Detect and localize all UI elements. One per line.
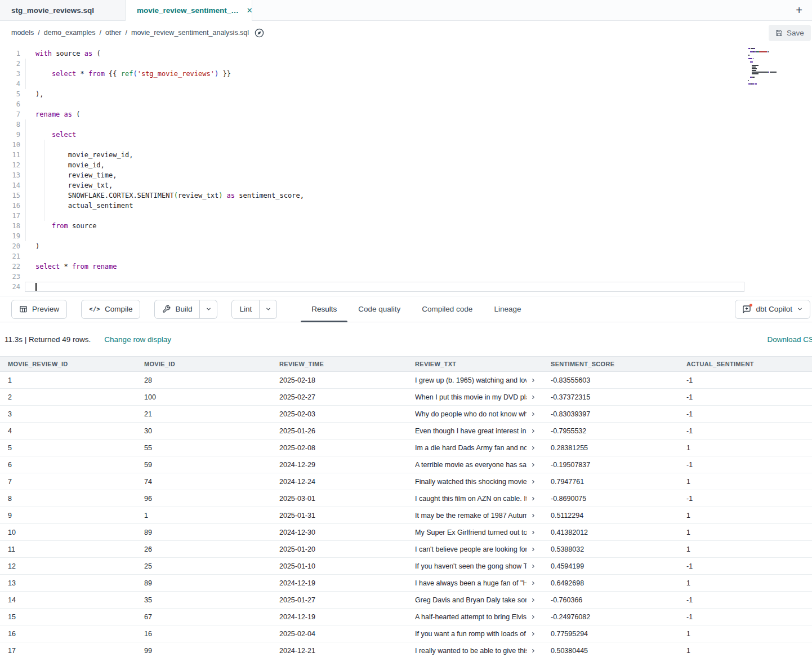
code-text: from source [20, 221, 96, 231]
result-tab-code-quality[interactable]: Code quality [347, 296, 411, 322]
cell-sentiment_score: 0.5112294 [543, 512, 679, 520]
download-csv-link[interactable]: Download CSV [767, 335, 812, 344]
code-line: 3 select * from {{ ref('stg_movie_review… [0, 69, 812, 79]
result-tab-compiled-code[interactable]: Compiled code [411, 296, 483, 322]
result-tab-lineage[interactable]: Lineage [483, 296, 532, 322]
lint-button[interactable]: Lint [231, 300, 260, 319]
compass-icon[interactable] [255, 28, 264, 38]
close-tab-icon[interactable]: ✕ [247, 6, 253, 15]
editor-minimap[interactable] [748, 48, 787, 88]
code-text [20, 231, 35, 241]
dbt-copilot-button[interactable]: dbt Copilot [735, 300, 810, 319]
cell-sentiment_score: -0.37372315 [543, 393, 679, 401]
table-row: 912025-01-31It may be the remake of 1987… [0, 507, 812, 524]
cell-review_txt: Why do people who do not know what… [407, 410, 543, 418]
code-line: 11 movie_review_id, [0, 150, 812, 160]
code-text [20, 119, 35, 130]
expand-review-icon[interactable] [530, 479, 536, 485]
cell-review_txt: Finally watched this shocking movie la… [407, 478, 543, 486]
sql-editor[interactable]: 1with source as (23 select * from {{ ref… [0, 45, 812, 296]
cell-sentiment_score: -0.19507837 [543, 461, 679, 469]
build-dropdown-button[interactable] [200, 300, 217, 319]
review-text: I really wanted to be able to give this … [415, 647, 527, 655]
line-number: 14 [0, 180, 20, 190]
code-line: 5), [0, 89, 812, 99]
expand-review-icon[interactable] [530, 394, 536, 400]
review-text: A half-hearted attempt to bring Elvis P… [415, 613, 527, 621]
new-tab-button[interactable]: + [786, 0, 812, 20]
cell-movie_id: 26 [136, 545, 271, 553]
save-button[interactable]: Save [769, 25, 811, 41]
code-line: 6 [0, 99, 812, 109]
breadcrumb-segment-2[interactable]: other [105, 29, 122, 37]
review-text: If you haven't seen the gong show TV s… [415, 562, 527, 570]
tab-stg-movie-reviews[interactable]: stg_movie_reviews.sql [0, 0, 126, 20]
result-tab-results[interactable]: Results [301, 296, 347, 322]
cell-actual_sentiment: -1 [679, 410, 812, 418]
column-header-movie_review_id: MOVIE_REVIEW_ID [0, 361, 136, 367]
breadcrumb-segment-1[interactable]: demo_examples [44, 29, 96, 37]
cell-sentiment_score: -0.83039397 [543, 410, 679, 418]
line-number: 21 [0, 251, 20, 261]
expand-review-icon[interactable] [530, 445, 536, 451]
column-header-review_txt: REVIEW_TXT [407, 361, 543, 367]
expand-review-icon[interactable] [530, 580, 536, 586]
table-row: 16162025-02-04If you want a fun romp wit… [0, 625, 812, 642]
cell-actual_sentiment: -1 [679, 376, 812, 384]
code-text: with source as ( [20, 48, 101, 59]
expand-review-icon[interactable] [530, 411, 536, 417]
cell-actual_sentiment: 1 [679, 512, 812, 520]
code-icon: </> [89, 305, 100, 313]
cell-review_txt: If you want a fun romp with loads of s… [407, 630, 543, 638]
results-status-bar: 11.3s | Returned 49 rows. Change row dis… [0, 322, 812, 356]
tab-movie-review-sentiment-analysis[interactable]: movie_review_sentiment_… ✕ [126, 0, 252, 21]
lint-dropdown-button[interactable] [260, 300, 277, 319]
code-text: select * from rename [20, 261, 117, 272]
cell-movie_id: 74 [136, 478, 271, 486]
cell-sentiment_score: 0.41382012 [543, 529, 679, 536]
expand-review-icon[interactable] [530, 513, 536, 518]
expand-review-icon[interactable] [530, 597, 536, 603]
expand-review-icon[interactable] [530, 428, 536, 434]
breadcrumb-segment-3[interactable]: movie_review_sentiment_analysis.sql [131, 29, 249, 37]
cell-review_txt: It may be the remake of 1987 Autumn'… [407, 512, 543, 520]
line-number: 6 [0, 99, 20, 109]
expand-review-icon[interactable] [530, 496, 536, 501]
expand-review-icon[interactable] [530, 530, 536, 535]
cell-sentiment_score: 0.4594199 [543, 562, 679, 570]
expand-review-icon[interactable] [530, 614, 536, 620]
cell-review_time: 2024-12-30 [271, 529, 407, 536]
result-tabs: ResultsCode qualityCompiled codeLineage [301, 296, 532, 322]
cell-review_txt: A half-hearted attempt to bring Elvis P… [407, 613, 543, 621]
code-line: 22select * from rename [0, 261, 812, 272]
expand-review-icon[interactable] [530, 631, 536, 637]
chevron-down-icon [206, 306, 212, 312]
column-header-sentiment_score: SENTIMENT_SCORE [543, 361, 679, 367]
preview-button[interactable]: Preview [11, 300, 67, 319]
expand-review-icon[interactable] [530, 462, 536, 468]
cell-sentiment_score: 0.28381255 [543, 444, 679, 452]
cell-actual_sentiment: 1 [679, 529, 812, 536]
breadcrumb-segment-0[interactable]: models [11, 29, 34, 37]
tab-label: movie_review_sentiment_… [137, 6, 239, 15]
code-text [20, 272, 35, 282]
compile-button[interactable]: </> Compile [81, 300, 140, 319]
build-button[interactable]: Build [154, 300, 200, 319]
cell-movie_id: 21 [136, 410, 271, 418]
table-row: 10892024-12-30My Super Ex Girlfriend tur… [0, 524, 812, 541]
expand-review-icon[interactable] [530, 378, 536, 383]
expand-review-icon[interactable] [530, 547, 536, 552]
cell-review_time: 2024-12-19 [271, 579, 407, 587]
cell-actual_sentiment: -1 [679, 596, 812, 604]
expand-review-icon[interactable] [530, 563, 536, 569]
code-text: review_time, [20, 170, 117, 180]
expand-review-icon[interactable] [530, 648, 536, 654]
cell-movie_id: 59 [136, 461, 271, 469]
code-line: 23 [0, 272, 812, 282]
cell-movie_id: 99 [136, 647, 271, 655]
code-text: ), [20, 89, 43, 99]
cell-review_time: 2025-01-26 [271, 427, 407, 435]
change-row-display-link[interactable]: Change row display [104, 335, 171, 344]
line-number: 7 [0, 109, 20, 119]
table-icon [19, 305, 28, 313]
